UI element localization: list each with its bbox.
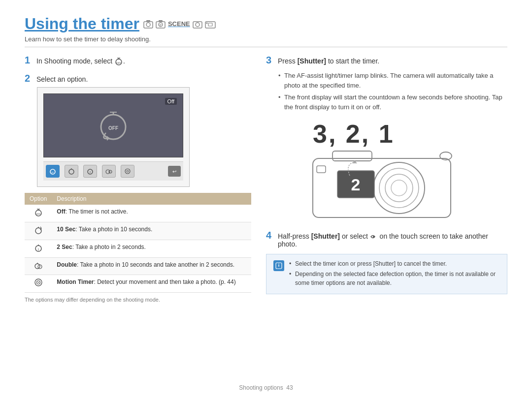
mode-icon-3 bbox=[193, 20, 202, 29]
svg-text:OF: OF bbox=[51, 171, 54, 174]
footer-page-number: 43 bbox=[286, 384, 293, 391]
screen-icon-off[interactable]: OF bbox=[46, 165, 60, 178]
screen-back-button[interactable]: ↩ bbox=[168, 166, 181, 177]
title-icons: P SCENE bbox=[143, 20, 216, 29]
step-1-text: In Shooting mode, select OFF . bbox=[36, 57, 125, 66]
screen-icons-row: OF bbox=[43, 161, 183, 181]
table-icon-cell-2 bbox=[25, 222, 52, 240]
screen-double-svg bbox=[105, 168, 112, 175]
list-item: Depending on the selected face defection… bbox=[289, 270, 500, 287]
svg-text:OFF: OFF bbox=[36, 213, 40, 216]
svg-point-1 bbox=[146, 23, 150, 27]
off-icon-wrapper: OFF bbox=[96, 108, 131, 143]
step-4-text: Half-press [Shutter] or select on the to… bbox=[278, 232, 507, 248]
screen-icon-2sec[interactable]: 2 bbox=[83, 165, 97, 178]
svg-point-29 bbox=[125, 169, 130, 174]
step-3-bullets: The AF-assist light/timer lamp blinks. T… bbox=[278, 71, 507, 112]
timer-screen: Off OFF bbox=[37, 87, 190, 187]
left-column: 1 In Shooting mode, select OFF . bbox=[25, 55, 251, 309]
svg-rect-2 bbox=[146, 20, 150, 22]
step-2-number: 2 bbox=[25, 73, 33, 84]
svg-point-61 bbox=[278, 264, 279, 265]
svg-text:2: 2 bbox=[90, 171, 91, 174]
table-row: Double: Take a photo in 10 seconds and t… bbox=[25, 257, 251, 275]
table-timer-off-icon: OFF bbox=[34, 208, 43, 216]
page-footer: Shooting options 43 bbox=[0, 384, 532, 391]
step-1: 1 In Shooting mode, select OFF . bbox=[25, 55, 251, 66]
step-2-header: 2 Select an option. bbox=[25, 73, 251, 84]
svg-point-46 bbox=[38, 282, 39, 283]
mode-icon-4 bbox=[205, 20, 216, 29]
svg-point-49 bbox=[373, 162, 425, 214]
table-desc-cell-4: Double: Take a photo in 10 seconds and t… bbox=[52, 257, 251, 275]
note-icon bbox=[273, 260, 284, 271]
svg-text:P: P bbox=[160, 24, 162, 27]
camera-svg: 2 bbox=[303, 139, 461, 222]
select-icon bbox=[370, 233, 378, 240]
large-timer-icon: OFF bbox=[96, 108, 131, 143]
page-container: Using the timer P SCENE bbox=[0, 0, 532, 319]
footer-text: Shooting options bbox=[239, 384, 283, 391]
screen-motion-svg bbox=[124, 168, 131, 175]
step-1-header: 1 In Shooting mode, select OFF . bbox=[25, 55, 251, 66]
step-4: 4 Half-press [Shutter] or select on the … bbox=[266, 230, 507, 294]
mode-icon-2: P bbox=[156, 20, 166, 29]
table-icon-cell-1: OFF bbox=[25, 205, 52, 222]
page-title: Using the timer P SCENE bbox=[25, 15, 216, 33]
svg-rect-48 bbox=[332, 151, 372, 161]
timer-off-inline-icon: OFF bbox=[114, 57, 123, 66]
svg-marker-20 bbox=[107, 136, 110, 141]
page-header: Using the timer P SCENE bbox=[25, 15, 507, 47]
svg-point-41 bbox=[35, 264, 40, 269]
svg-point-35 bbox=[35, 228, 41, 234]
screen-off-icon-svg: OF bbox=[49, 168, 56, 175]
svg-text:OFF: OFF bbox=[108, 125, 118, 131]
screen-10sec-svg bbox=[68, 168, 75, 175]
svg-point-30 bbox=[127, 170, 129, 172]
note-info-icon bbox=[275, 262, 282, 269]
table-icon-cell-5 bbox=[25, 275, 52, 293]
step-3-text: Press [Shutter] to start the timer. bbox=[278, 57, 379, 65]
screen-2sec-svg: 2 bbox=[87, 168, 94, 175]
step-4-header: 4 Half-press [Shutter] or select on the … bbox=[266, 230, 507, 248]
right-column: 3 Press [Shutter] to start the timer. Th… bbox=[266, 55, 507, 309]
step-3: 3 Press [Shutter] to start the timer. Th… bbox=[266, 55, 507, 222]
screen-display: Off OFF bbox=[43, 93, 183, 157]
table-double-icon bbox=[34, 261, 43, 270]
screen-icon-double[interactable] bbox=[102, 165, 116, 178]
table-motion-icon bbox=[34, 278, 43, 287]
camera-illustration: 3, 2, 1 bbox=[303, 119, 470, 222]
table-row: Motion Timer: Detect your movement and t… bbox=[25, 275, 251, 293]
svg-text:2: 2 bbox=[351, 175, 361, 194]
svg-point-11 bbox=[206, 22, 207, 24]
table-desc-cell-2: 10 Sec: Take a photo in 10 seconds. bbox=[52, 222, 251, 240]
content-columns: 1 In Shooting mode, select OFF . bbox=[25, 55, 507, 309]
step-3-header: 3 Press [Shutter] to start the timer. bbox=[266, 55, 507, 66]
svg-point-52 bbox=[391, 180, 407, 196]
table-row: OFF Off: The timer is not active. bbox=[25, 205, 251, 222]
note-box: Select the timer icon or press [Shutter]… bbox=[266, 254, 507, 294]
svg-point-8 bbox=[196, 23, 200, 27]
options-table: Option Description bbox=[25, 193, 251, 293]
table-col1-header: Option bbox=[25, 193, 52, 205]
step-1-number: 1 bbox=[25, 55, 33, 66]
svg-text:2: 2 bbox=[37, 248, 39, 251]
table-row: 10 Sec: Take a photo in 10 seconds. bbox=[25, 222, 251, 240]
svg-rect-47 bbox=[313, 158, 451, 217]
table-desc-cell-5: Motion Timer: Detect your movement and t… bbox=[52, 275, 251, 293]
subtitle: Learn how to set the timer to delay shoo… bbox=[25, 35, 507, 43]
svg-point-28 bbox=[109, 170, 112, 173]
screen-icon-10sec[interactable] bbox=[65, 165, 78, 178]
svg-point-23 bbox=[69, 169, 74, 174]
title-text: Using the timer bbox=[25, 15, 139, 33]
table-row: 2 2 Sec: Take a photo in 2 seconds. bbox=[25, 240, 251, 257]
screen-icon-motion[interactable] bbox=[121, 165, 134, 178]
svg-rect-10 bbox=[208, 23, 212, 26]
table-desc-cell-1: Off: The timer is not active. bbox=[52, 205, 251, 222]
table-icon-cell-4 bbox=[25, 257, 52, 275]
scene-label: SCENE bbox=[168, 20, 190, 28]
table-10sec-icon bbox=[34, 225, 43, 234]
table-icon-cell-3: 2 bbox=[25, 240, 52, 257]
step-4-number: 4 bbox=[266, 230, 275, 241]
table-desc-cell-3: 2 Sec: Take a photo in 2 seconds. bbox=[52, 240, 251, 257]
